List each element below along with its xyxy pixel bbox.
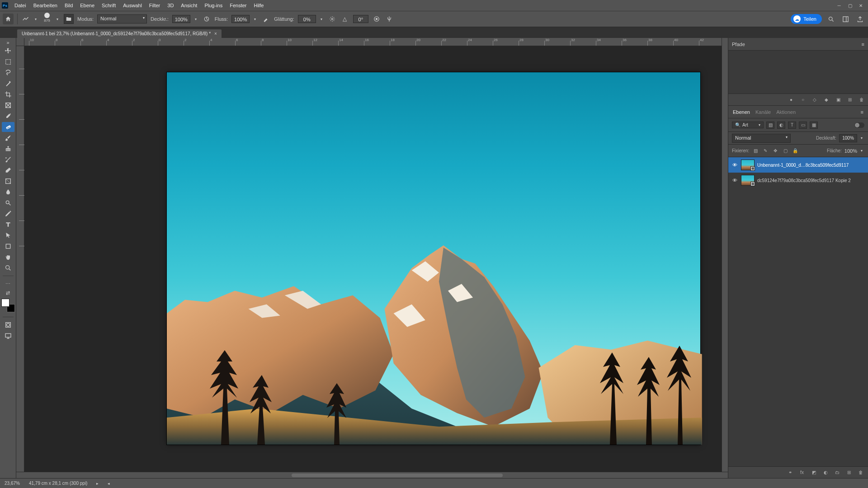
layer-opacity-field[interactable]: 100%: [839, 134, 857, 142]
search-button[interactable]: [826, 14, 836, 24]
angle-icon[interactable]: △: [340, 14, 349, 23]
selection-to-path-icon[interactable]: ◆: [823, 96, 830, 103]
share-button[interactable]: ☁ Teilen: [791, 14, 822, 24]
path-selection-tool[interactable]: [2, 230, 14, 240]
pressure-opacity-icon[interactable]: [202, 14, 211, 23]
healing-brush-tool[interactable]: [2, 122, 14, 132]
delete-layer-icon[interactable]: 🗑: [857, 469, 864, 476]
brush-tool[interactable]: [2, 133, 14, 143]
menu-ebene[interactable]: Ebene: [76, 1, 98, 10]
layer-thumbnail[interactable]: ▦: [741, 175, 755, 186]
pressure-size-icon[interactable]: [372, 14, 381, 23]
marquee-tool[interactable]: [2, 57, 14, 67]
menu-ansicht[interactable]: Ansicht: [177, 1, 201, 10]
workspace-button[interactable]: [840, 14, 851, 24]
history-brush-tool[interactable]: [2, 155, 14, 164]
brush-panel-toggle[interactable]: [64, 14, 74, 24]
menu-schrift[interactable]: Schrift: [98, 1, 119, 10]
menu-bearbeiten[interactable]: Bearbeiten: [30, 1, 61, 10]
layer-mask-icon[interactable]: ◩: [810, 469, 817, 476]
symmetry-icon[interactable]: [385, 14, 394, 23]
move-tool[interactable]: [2, 46, 14, 56]
crop-tool[interactable]: [2, 89, 14, 99]
dodge-tool[interactable]: [2, 198, 14, 208]
lock-pixels-icon[interactable]: ✎: [762, 147, 769, 155]
angle-field[interactable]: 0°: [353, 15, 368, 23]
new-group-icon[interactable]: 🗀: [834, 469, 841, 476]
actions-tab[interactable]: Aktionen: [776, 109, 796, 115]
tools-expand-icon[interactable]: »: [2, 40, 14, 45]
lock-all-icon[interactable]: 🔒: [792, 147, 799, 155]
tool-preset-icon[interactable]: [21, 14, 30, 23]
panel-menu-icon[interactable]: ≡: [861, 109, 863, 115]
menu-auswahl[interactable]: Auswahl: [119, 1, 146, 10]
menu-fenster[interactable]: Fenster: [226, 1, 250, 10]
paths-tab[interactable]: Pfade: [732, 42, 745, 47]
new-path-icon[interactable]: ⊞: [846, 96, 854, 103]
canvas-viewport[interactable]: [24, 46, 722, 472]
paths-list[interactable]: [728, 51, 868, 94]
smoothing-field[interactable]: 0%: [298, 15, 316, 23]
scrollbar-vertical[interactable]: [722, 46, 728, 472]
scrollbar-horizontal[interactable]: [24, 472, 728, 478]
ruler-origin[interactable]: [16, 38, 24, 46]
clone-stamp-tool[interactable]: [2, 144, 14, 154]
document-tab[interactable]: Unbenannt-1 bei 23,7% (Unbenannt-1_0000_…: [17, 29, 222, 38]
filter-smartobject-icon[interactable]: ▦: [810, 122, 818, 129]
tab-close-icon[interactable]: ×: [214, 31, 217, 36]
layer-thumbnail[interactable]: ▦: [741, 160, 755, 170]
frame-tool[interactable]: [2, 100, 14, 110]
opacity-field[interactable]: 100%: [172, 15, 190, 23]
layer-name[interactable]: dc59124e7f79a08c3bca509fec5d9117 Kopie 2: [757, 178, 865, 183]
foreground-color-swatch[interactable]: [1, 299, 9, 307]
chevron-down-icon[interactable]: ▾: [861, 149, 864, 153]
home-button[interactable]: [3, 14, 14, 24]
chevron-down-icon[interactable]: ▾: [254, 17, 258, 21]
status-chevron-icon[interactable]: ◂: [108, 481, 110, 486]
swap-colors-icon[interactable]: ⇄: [2, 290, 14, 296]
chevron-down-icon[interactable]: ▾: [195, 17, 198, 21]
quick-mask-tool[interactable]: [2, 320, 14, 330]
lasso-tool[interactable]: [2, 68, 14, 78]
layer-name[interactable]: Unbenannt-1_0000_d…8c3bca509fec5d9117: [757, 163, 865, 168]
eraser-tool[interactable]: [2, 165, 14, 175]
airbrush-icon[interactable]: [261, 14, 270, 23]
magic-wand-tool[interactable]: [2, 79, 14, 89]
status-chevron-icon[interactable]: ▸: [96, 481, 99, 486]
menu-hilfe[interactable]: Hilfe: [250, 1, 267, 10]
window-close-button[interactable]: ✕: [855, 2, 866, 9]
path-to-selection-icon[interactable]: ◇: [811, 96, 818, 103]
menu-plugins[interactable]: Plug-ins: [201, 1, 226, 10]
ruler-vertical[interactable]: [16, 46, 24, 472]
channels-tab[interactable]: Kanäle: [755, 109, 771, 115]
pen-tool[interactable]: [2, 209, 14, 219]
lock-transparency-icon[interactable]: ▨: [752, 147, 759, 155]
layer-row[interactable]: 👁 ▦ dc59124e7f79a08c3bca509fec5d9117 Kop…: [728, 173, 868, 188]
flow-field[interactable]: 100%: [231, 15, 250, 23]
link-layers-icon[interactable]: ⚭: [787, 469, 794, 476]
hand-tool[interactable]: [2, 252, 14, 262]
document-canvas[interactable]: [167, 72, 700, 445]
layer-visibility-icon[interactable]: 👁: [731, 178, 738, 183]
fill-path-icon[interactable]: ●: [788, 96, 795, 103]
brush-preset-picker[interactable]: 875: [42, 13, 52, 25]
eyedropper-tool[interactable]: [2, 111, 14, 121]
chevron-down-icon[interactable]: ▾: [35, 17, 38, 21]
layer-fill-field[interactable]: 100%: [844, 148, 857, 154]
layer-blend-mode-select[interactable]: Normal▾: [732, 134, 791, 143]
screen-mode-tool[interactable]: [2, 331, 14, 341]
delete-path-icon[interactable]: 🗑: [858, 96, 865, 103]
panel-menu-icon[interactable]: ≡: [862, 42, 864, 47]
filter-type-icon[interactable]: T: [788, 122, 796, 129]
layers-list[interactable]: 👁 ▦ Unbenannt-1_0000_d…8c3bca509fec5d911…: [728, 157, 868, 466]
smoothing-options-icon[interactable]: [328, 14, 337, 23]
filter-toggle-switch[interactable]: [854, 122, 864, 128]
chevron-down-icon[interactable]: ▾: [861, 136, 864, 140]
layers-tab[interactable]: Ebenen: [733, 109, 750, 115]
edit-toolbar-icon[interactable]: ⋯: [2, 279, 14, 289]
menu-filter[interactable]: Filter: [146, 1, 164, 10]
window-maximize-button[interactable]: ▢: [844, 2, 855, 9]
adjustment-layer-icon[interactable]: ◐: [822, 469, 829, 476]
gradient-tool[interactable]: [2, 176, 14, 186]
document-info[interactable]: 41,79 cm x 28,1 cm (300 ppi): [29, 481, 88, 486]
